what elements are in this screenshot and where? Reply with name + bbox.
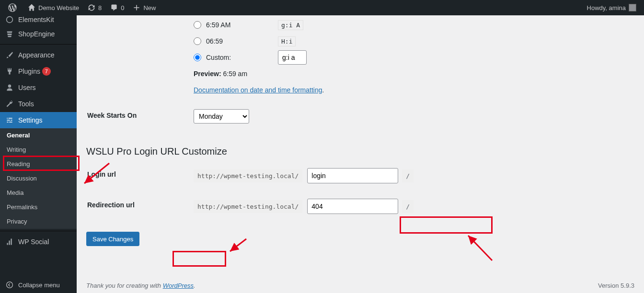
home-icon: [27, 3, 36, 12]
save-changes-button[interactable]: Save Changes: [86, 232, 139, 246]
sidebar-label: ElementsKit: [18, 16, 54, 23]
admin-bar: Demo Website 8 0 New Howdy, amina: [0, 0, 644, 15]
user-account-link[interactable]: Howdy, amina: [583, 0, 640, 15]
comments-count: 0: [121, 4, 124, 11]
login-url-prefix: http://wpmet-testing.local/: [194, 169, 302, 182]
sidebar-label: Settings: [18, 116, 43, 124]
login-url-input[interactable]: [307, 168, 398, 183]
time-format-custom-label: Custom:: [206, 54, 278, 61]
time-format-code-1: g:i A: [278, 20, 303, 30]
comment-icon: [109, 3, 119, 12]
footer-thanks-pre: Thank you for creating with: [86, 282, 163, 289]
new-label: New: [143, 4, 156, 11]
collapse-label: Collapse menu: [18, 282, 60, 289]
sidebar-item-settings[interactable]: Settings: [0, 112, 77, 128]
avatar-icon: [629, 4, 636, 11]
plugins-badge: 7: [42, 67, 51, 76]
time-format-preview-value: 6:59 am: [223, 70, 247, 78]
redirection-url-prefix: http://wpmet-testing.local/: [194, 200, 302, 213]
footer-thanks-post: .: [194, 282, 196, 289]
content-area: 6:59 AM g:i A 06:59 H:i Custom: Preview:…: [77, 15, 644, 293]
wrench-icon: [5, 99, 14, 109]
footer-wordpress-link[interactable]: WordPress: [163, 282, 194, 289]
doc-period: .: [322, 87, 324, 94]
redirection-url-suffix: /: [402, 200, 414, 213]
admin-footer: Thank you for creating with WordPress. V…: [77, 278, 644, 293]
sidebar-label: Plugins: [18, 68, 40, 75]
svg-point-1: [7, 282, 13, 288]
updates-link[interactable]: 8: [83, 0, 105, 15]
sidebar-label: ShopEngine: [18, 30, 55, 38]
redirection-url-label: Redirection url: [87, 192, 193, 221]
sidebar-item-wpsocial[interactable]: WP Social: [0, 234, 77, 250]
time-format-preview-label: Preview:: [194, 70, 221, 78]
redirection-url-input[interactable]: [307, 199, 398, 214]
subitem-permalinks[interactable]: Permalinks: [0, 200, 77, 214]
user-name: amina: [609, 4, 626, 11]
site-title: Demo Website: [38, 4, 79, 11]
footer-version: Version 5.9.3: [598, 282, 634, 289]
new-content-link[interactable]: New: [128, 0, 160, 15]
subitem-privacy[interactable]: Privacy: [0, 214, 77, 229]
time-format-label-2: 06:59: [206, 37, 278, 45]
time-format-radio-custom[interactable]: [194, 54, 201, 61]
time-format-radio-2[interactable]: [194, 37, 201, 45]
login-url-suffix: /: [402, 169, 414, 182]
comments-link[interactable]: 0: [105, 0, 128, 15]
time-format-doc-link[interactable]: Documentation on date and time formattin…: [194, 86, 322, 94]
collapse-icon: [5, 280, 14, 290]
elementskit-icon: [5, 15, 14, 24]
collapse-menu-button[interactable]: Collapse menu: [0, 277, 77, 293]
time-format-radio-1[interactable]: [194, 21, 201, 29]
admin-menu: ElementsKit ShopEngine Appearance Plugin…: [0, 15, 77, 293]
week-starts-on-label: Week Starts On: [87, 102, 193, 131]
sidebar-label: WP Social: [18, 238, 49, 246]
bars-icon: [5, 237, 14, 247]
sidebar-label: Tools: [18, 100, 34, 108]
wslu-heading: WSLU Pro Login URL Customize: [86, 146, 634, 157]
sidebar-item-shopengine[interactable]: ShopEngine: [0, 26, 77, 42]
login-url-label: Login url: [87, 161, 193, 191]
settings-sliders-icon: [5, 115, 14, 125]
time-format-code-2: H:i: [278, 36, 296, 46]
sidebar-item-plugins[interactable]: Plugins7: [0, 63, 77, 79]
sidebar-label: Users: [18, 84, 36, 91]
updates-count: 8: [98, 4, 102, 11]
subitem-discussion[interactable]: Discussion: [0, 171, 77, 186]
wordpress-icon: [8, 3, 17, 12]
week-starts-on-select[interactable]: Monday: [194, 109, 249, 124]
howdy-text: Howdy,: [587, 4, 607, 11]
brush-icon: [5, 50, 14, 60]
plug-icon: [5, 67, 14, 76]
person-icon: [5, 83, 14, 92]
plus-icon: [132, 3, 141, 12]
sidebar-item-users[interactable]: Users: [0, 79, 77, 96]
sidebar-label: Appearance: [18, 51, 55, 59]
sidebar-item-appearance[interactable]: Appearance: [0, 47, 77, 63]
update-icon: [87, 3, 96, 12]
time-format-label-1: 6:59 AM: [206, 21, 278, 29]
subitem-media[interactable]: Media: [0, 186, 77, 200]
site-name-link[interactable]: Demo Website: [23, 0, 83, 15]
subitem-general[interactable]: General: [0, 128, 77, 143]
subitem-reading[interactable]: Reading: [0, 157, 77, 171]
svg-point-0: [7, 16, 13, 23]
time-format-custom-input[interactable]: [278, 50, 307, 65]
wp-logo[interactable]: [4, 0, 23, 15]
sidebar-item-tools[interactable]: Tools: [0, 96, 77, 112]
sidebar-item-elementskit[interactable]: ElementsKit: [0, 15, 77, 26]
subitem-writing[interactable]: Writing: [0, 143, 77, 157]
shopengine-icon: [5, 29, 14, 39]
settings-submenu: General Writing Reading Discussion Media…: [0, 128, 77, 229]
